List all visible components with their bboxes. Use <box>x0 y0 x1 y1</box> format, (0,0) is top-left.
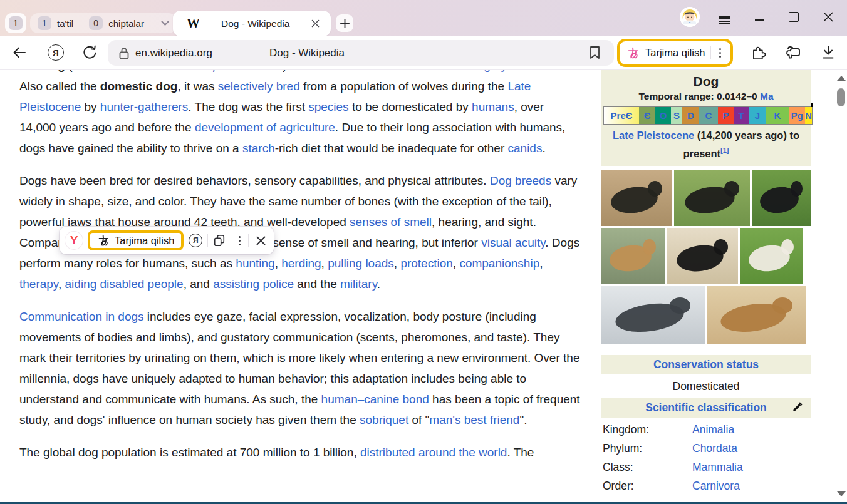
dog-photo-golden-retriever-water[interactable] <box>601 228 665 284</box>
taxonomy-value-link[interactable]: Animalia <box>692 423 734 436</box>
dog-photo-dogs-on-sand[interactable] <box>707 286 806 344</box>
scroll-down-arrow[interactable] <box>837 491 846 496</box>
close-window-button[interactable] <box>820 9 836 25</box>
yandex-home-icon[interactable]: Я <box>46 43 65 62</box>
timescale-segment-C[interactable]: C <box>699 107 718 124</box>
timescale-segment-Є[interactable]: Є <box>639 107 655 124</box>
address-bar[interactable]: en.wikipedia.org Dog - Wikipedia <box>108 40 614 66</box>
article-link[interactable]: hunting <box>236 257 274 270</box>
timescale-segment-T[interactable]: T <box>734 107 749 124</box>
timescale-segment-S[interactable]: S <box>671 107 682 124</box>
conservation-header-label[interactable]: Conservation status <box>653 358 759 371</box>
timescale-segment-P[interactable]: P <box>718 107 734 124</box>
article-link[interactable]: companionship <box>459 257 539 270</box>
popup-more-icon[interactable] <box>236 236 243 245</box>
lock-icon[interactable] <box>118 46 130 60</box>
article-link[interactable]: species <box>308 100 348 113</box>
maximize-button[interactable] <box>786 9 802 25</box>
taxobox: Dog Temporal range: 0.0142–0 Ma PreЄЄOSD… <box>596 70 816 502</box>
article-link[interactable]: canids <box>508 141 543 155</box>
minimize-button[interactable] <box>751 9 767 25</box>
yandex-search-icon[interactable]: Я <box>189 234 202 247</box>
article-link[interactable]: senses of smell <box>350 215 432 229</box>
timescale-segment-J[interactable]: J <box>749 107 766 124</box>
text-run: The <box>19 70 43 72</box>
timescale-segment-O[interactable]: O <box>655 107 671 124</box>
dog-photo-black-white-dog-grass[interactable] <box>674 170 750 226</box>
article-link[interactable]: human–canine bond <box>321 393 429 406</box>
temporal-unit-link[interactable]: Ma <box>760 91 774 101</box>
new-tab-button[interactable] <box>336 14 353 32</box>
dog-photo-black-dog-snowy-field[interactable] <box>667 228 738 284</box>
timescale-segment-Pg[interactable]: Pg <box>789 107 805 124</box>
menu-icon[interactable] <box>716 9 732 25</box>
scrollbar-thumb[interactable] <box>837 88 845 106</box>
chevron-down-icon[interactable] <box>161 21 169 26</box>
article-link[interactable]: development of agriculture <box>195 121 335 134</box>
reference-link[interactable]: [1] <box>720 147 729 154</box>
yandex-logo-icon[interactable]: Y <box>65 232 83 249</box>
download-icon[interactable] <box>819 43 838 62</box>
dog-photo-sled-dogs-snow[interactable] <box>601 286 705 344</box>
taxonomy-value-link[interactable]: Chordata <box>692 442 737 455</box>
tab-group[interactable]: 1 ta'til 0 chiptalar <box>30 13 177 33</box>
article-link[interactable]: Dog breeds <box>490 174 551 187</box>
article-link[interactable]: man's best friend <box>429 413 519 426</box>
bookmark-icon[interactable] <box>590 46 600 59</box>
back-icon[interactable] <box>10 43 29 62</box>
photo-subject <box>643 239 655 255</box>
article-link[interactable]: sobriquet <box>360 413 408 426</box>
url-host[interactable]: en.wikipedia.org <box>135 47 212 59</box>
late-pleistocene-link[interactable]: Late Pleistocene <box>613 130 694 141</box>
article-link[interactable]: Canis lupus familiaris <box>170 70 283 72</box>
edit-icon[interactable] <box>792 402 803 413</box>
copy-icon[interactable] <box>213 234 226 247</box>
scroll-up-arrow[interactable] <box>837 76 846 81</box>
article-link[interactable]: herding <box>281 257 321 270</box>
group-label-chiptalar[interactable]: chiptalar <box>108 18 144 29</box>
scrollbar[interactable] <box>836 70 846 502</box>
translate-icon <box>626 46 640 59</box>
timescale-segment-PreЄ[interactable]: PreЄ <box>604 107 639 124</box>
article-link[interactable]: starch <box>242 141 275 155</box>
reload-icon[interactable] <box>80 43 99 62</box>
tab-close-icon[interactable] <box>311 19 320 28</box>
popup-close-icon[interactable] <box>254 236 268 245</box>
tab-counter-button[interactable]: 1 <box>5 13 26 33</box>
article-link[interactable]: distributed around the world <box>360 446 507 459</box>
tab-dog-wikipedia[interactable]: W Dog - Wikipedia <box>173 11 331 36</box>
dog-photo-japanese-chin-grass[interactable] <box>752 170 811 226</box>
article-link[interactable]: hunter-gatherers <box>100 100 188 113</box>
timescale-segment-K[interactable]: K <box>766 107 789 124</box>
article-link[interactable]: aiding disabled people <box>65 277 184 291</box>
translate-more-icon[interactable] <box>717 48 724 58</box>
taxonomy-value-link[interactable]: Mammalia <box>692 461 743 474</box>
classification-header-label[interactable]: Scientific classification <box>645 401 767 414</box>
translate-button[interactable]: Tarjima qilish <box>617 39 733 67</box>
address-page-title: Dog - Wikipedia <box>269 47 345 59</box>
taxonomy-value-link[interactable]: Carnivora <box>692 480 740 493</box>
password-manager-icon[interactable] <box>784 43 803 62</box>
range-text: (14,200 years ago) to present <box>683 130 799 159</box>
timescale-segment-N[interactable]: N <box>805 107 812 124</box>
article-link[interactable]: assisting police <box>213 277 294 291</box>
article-link[interactable]: Canis familiaris <box>72 70 153 72</box>
article-link[interactable]: selectively bred <box>218 80 300 93</box>
taxonomy-label: Kingdom: <box>603 423 692 436</box>
article-link[interactable]: protection <box>400 257 452 270</box>
article-link[interactable]: humans <box>472 100 514 113</box>
dog-photo-terrier-grass[interactable] <box>740 228 803 284</box>
article-link[interactable]: gray wolf <box>484 70 531 72</box>
group-label-tatil[interactable]: ta'til <box>57 18 73 29</box>
dog-photo-black-mottled-dog-dirt[interactable] <box>601 170 672 226</box>
article-link[interactable]: therapy <box>19 277 58 291</box>
avatar[interactable] <box>680 7 700 27</box>
article-link[interactable]: domesticated <box>312 70 383 72</box>
article-link[interactable]: military <box>340 277 377 291</box>
article-link[interactable]: Communication in dogs <box>19 310 144 323</box>
article-link[interactable]: pulling loads <box>328 257 394 270</box>
article-link[interactable]: visual acuity <box>481 236 545 249</box>
timescale-segment-D[interactable]: D <box>682 107 699 124</box>
extensions-icon[interactable] <box>749 43 768 62</box>
popup-translate-button[interactable]: Tarjima qilish <box>88 230 184 250</box>
